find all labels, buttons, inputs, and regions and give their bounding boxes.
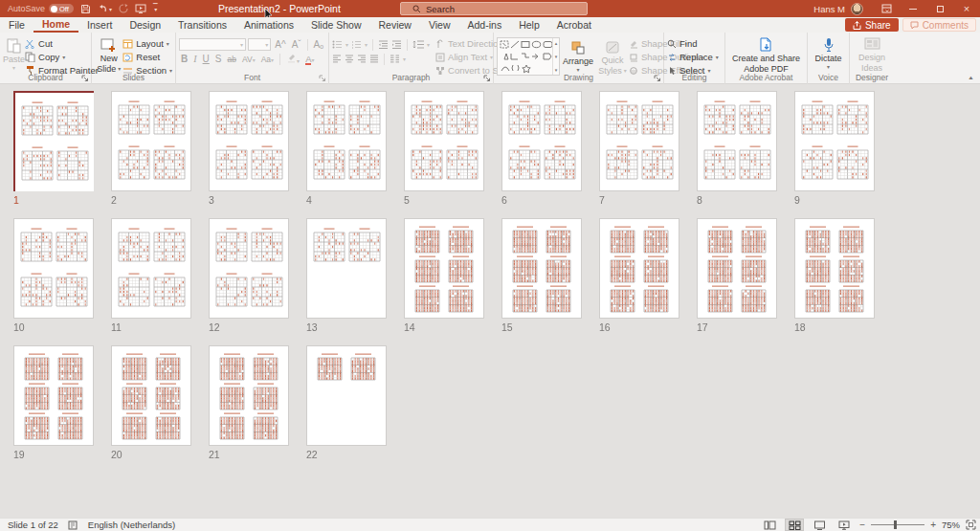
- replace-button[interactable]: Replace▾: [667, 51, 719, 63]
- increase-indent-button[interactable]: [391, 40, 402, 49]
- justify-button[interactable]: [369, 55, 379, 63]
- language-status[interactable]: English (Netherlands): [88, 520, 175, 530]
- italic-button[interactable]: I: [191, 54, 198, 64]
- shapes-gallery[interactable]: ▴▾▾: [497, 37, 560, 76]
- highlight-color-button[interactable]: ▾: [284, 53, 301, 65]
- clipboard-dialog-launcher[interactable]: [81, 75, 89, 82]
- change-case-button[interactable]: Aa▾: [259, 55, 276, 64]
- zoom-out-button[interactable]: −: [859, 520, 865, 530]
- slide-thumbnail-15[interactable]: [501, 218, 582, 319]
- clear-formatting-button[interactable]: Aₒ: [312, 39, 325, 50]
- search-input[interactable]: Search: [400, 2, 588, 15]
- bold-button[interactable]: B: [179, 54, 189, 64]
- copy-button[interactable]: Copy ▾: [25, 51, 99, 63]
- slide-thumbnail-7[interactable]: [599, 91, 679, 191]
- redo-button[interactable]: [119, 4, 128, 13]
- slide-thumbnail-17[interactable]: [697, 218, 777, 319]
- shrink-font-button[interactable]: Aˇ: [290, 39, 303, 50]
- slide-sorter-view-button[interactable]: [785, 519, 804, 531]
- normal-view-button[interactable]: [760, 519, 779, 531]
- font-name-combo[interactable]: ▾: [179, 38, 246, 51]
- account-avatar[interactable]: [851, 3, 863, 15]
- slide-thumbnail-13[interactable]: [306, 218, 387, 319]
- tab-help[interactable]: Help: [510, 17, 548, 33]
- slide-thumbnail-8[interactable]: [697, 91, 777, 191]
- drawing-dialog-launcher[interactable]: [654, 75, 661, 82]
- minimize-button[interactable]: [900, 0, 926, 17]
- reading-view-button[interactable]: [810, 519, 829, 531]
- paste-dropdown[interactable]: ▾: [12, 65, 15, 72]
- zoom-in-button[interactable]: +: [930, 520, 936, 530]
- font-dialog-launcher[interactable]: [319, 75, 326, 82]
- shapes-gallery-scroll[interactable]: ▴▾▾: [552, 38, 559, 75]
- restore-button[interactable]: [926, 0, 953, 17]
- share-button[interactable]: Share: [845, 18, 899, 32]
- save-button[interactable]: [80, 4, 91, 14]
- tab-transitions[interactable]: Transitions: [169, 17, 235, 33]
- tab-slide-show[interactable]: Slide Show: [302, 17, 370, 33]
- tab-file[interactable]: File: [0, 17, 33, 33]
- comments-button[interactable]: Comments: [902, 18, 976, 32]
- slide-thumbnail-14[interactable]: [404, 218, 484, 319]
- close-button[interactable]: ×: [953, 0, 980, 17]
- tab-design[interactable]: Design: [121, 17, 169, 33]
- slide-thumbnail-6[interactable]: [501, 91, 582, 191]
- slide-thumbnail-16[interactable]: [599, 218, 679, 319]
- customize-qat-button[interactable]: ▔▾: [153, 6, 158, 11]
- font-color-button[interactable]: A▾: [303, 54, 316, 65]
- underline-button[interactable]: U: [201, 54, 212, 64]
- character-spacing-button[interactable]: AV▾: [240, 55, 257, 64]
- slide-thumbnail-11[interactable]: [111, 218, 191, 319]
- tab-insert[interactable]: Insert: [78, 17, 121, 33]
- line-spacing-button[interactable]: [412, 40, 424, 49]
- undo-button[interactable]: ▾: [98, 4, 112, 13]
- quick-styles-button[interactable]: Quick Styles▾: [596, 37, 629, 76]
- autosave-toggle[interactable]: AutoSave Off: [8, 4, 74, 13]
- fit-to-window-button[interactable]: [966, 520, 976, 530]
- bullets-button[interactable]: [332, 40, 343, 49]
- align-right-button[interactable]: [357, 55, 367, 63]
- slide-thumbnail-19[interactable]: [13, 345, 94, 446]
- cut-button[interactable]: Cut: [25, 37, 99, 50]
- collapse-ribbon-button[interactable]: ▲: [968, 76, 974, 81]
- slide-thumbnail-3[interactable]: [209, 91, 289, 191]
- slide-thumbnail-20[interactable]: [111, 345, 191, 446]
- slide-thumbnail-10[interactable]: [13, 218, 94, 319]
- numbering-button[interactable]: [351, 40, 362, 49]
- columns-button[interactable]: [390, 55, 400, 63]
- slideshow-view-button[interactable]: [835, 519, 854, 531]
- decrease-indent-button[interactable]: [378, 40, 389, 49]
- layout-button[interactable]: Layout▾: [122, 37, 172, 50]
- slide-thumbnail-2[interactable]: [111, 91, 191, 191]
- reset-button[interactable]: Reset: [122, 51, 172, 63]
- slide-thumbnail-4[interactable]: [306, 91, 387, 191]
- tab-acrobat[interactable]: Acrobat: [548, 17, 600, 33]
- undo-dropdown[interactable]: ▾: [109, 6, 112, 12]
- slide-thumbnail-12[interactable]: [209, 218, 289, 319]
- paragraph-dialog-launcher[interactable]: [483, 75, 491, 82]
- strikethrough-button[interactable]: ab: [225, 55, 237, 64]
- slide-thumbnail-5[interactable]: [404, 91, 484, 191]
- slide-thumbnail-21[interactable]: [209, 345, 289, 446]
- slide-thumbnail-18[interactable]: [794, 218, 875, 319]
- tab-animations[interactable]: Animations: [235, 17, 302, 33]
- tab-home[interactable]: Home: [33, 17, 78, 33]
- tab-view[interactable]: View: [420, 17, 459, 33]
- spell-check-icon[interactable]: [68, 520, 78, 530]
- ribbon-display-options-button[interactable]: [873, 0, 900, 17]
- zoom-slider-thumb[interactable]: [894, 520, 897, 529]
- font-size-combo[interactable]: ▾: [248, 38, 271, 51]
- start-slideshow-button[interactable]: [135, 4, 146, 14]
- tab-review[interactable]: Review: [370, 17, 420, 33]
- tab-add-ins[interactable]: Add-ins: [459, 17, 511, 33]
- arrange-button[interactable]: Arrange ▾: [560, 37, 596, 74]
- shadow-button[interactable]: S: [213, 54, 224, 64]
- slide-thumbnail-22[interactable]: [306, 345, 387, 446]
- zoom-percentage[interactable]: 75%: [942, 520, 960, 530]
- find-button[interactable]: Find: [667, 37, 719, 50]
- align-left-button[interactable]: [332, 55, 342, 63]
- slide-thumbnail-1[interactable]: [13, 91, 94, 191]
- grow-font-button[interactable]: A^: [273, 39, 287, 50]
- align-center-button[interactable]: [345, 55, 354, 63]
- account-name[interactable]: Hans M: [813, 4, 845, 14]
